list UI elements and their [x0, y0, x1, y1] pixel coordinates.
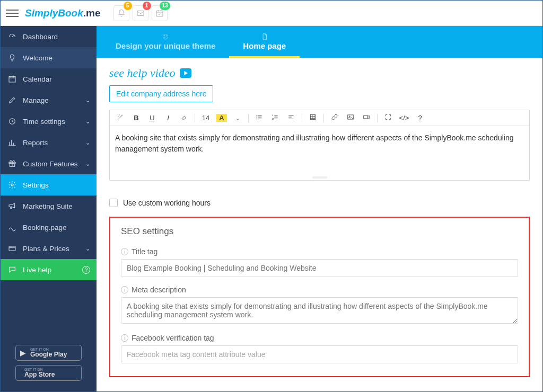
video-button[interactable]	[361, 113, 372, 122]
chart-icon	[8, 138, 16, 147]
facebook-tag-field: i Facebook verification tag	[121, 334, 518, 363]
seo-heading: SEO settings	[121, 226, 518, 237]
svg-rect-15	[310, 114, 315, 119]
clock-icon	[8, 117, 16, 126]
sidebar-item-time-settings[interactable]: Time settings ⌄	[1, 111, 97, 132]
svg-point-12	[257, 115, 257, 115]
sidebar: Dashboard Welcome Calendar Manage ⌄ Time…	[1, 26, 97, 391]
calendar-button[interactable]: 13	[152, 5, 168, 21]
custom-hours-checkbox[interactable]	[109, 199, 118, 207]
image-button[interactable]	[345, 113, 356, 122]
top-bar: SimplyBook.me 5 1 13	[1, 1, 542, 26]
dashboard-icon	[8, 32, 16, 41]
sidebar-item-live-help[interactable]: Live help ?	[1, 259, 97, 280]
sidebar-item-manage[interactable]: Manage ⌄	[1, 90, 97, 111]
sidebar-label: Plans & Prices	[23, 245, 69, 253]
underline-button[interactable]: U	[147, 114, 157, 122]
bold-button[interactable]: B	[131, 114, 142, 122]
svg-point-6	[11, 184, 13, 186]
sidebar-label: Reports	[23, 139, 48, 147]
resize-handle[interactable]	[110, 175, 529, 180]
info-icon[interactable]: i	[121, 248, 128, 255]
rich-text-editor: B U I 14 A ⌄	[109, 110, 530, 181]
apple-label: App Store	[24, 371, 55, 378]
sidebar-item-calendar[interactable]: Calendar	[1, 68, 97, 90]
list-ul-button[interactable]	[254, 113, 265, 122]
info-icon[interactable]: i	[121, 286, 128, 293]
meta-description-field: i Meta description	[121, 286, 518, 325]
font-size-value[interactable]: 14	[200, 114, 211, 122]
sidebar-label: Calendar	[23, 75, 52, 83]
svg-rect-1	[156, 11, 163, 16]
editor-textarea[interactable]: A booking site that exists simply for de…	[110, 126, 529, 175]
tab-label: Design your unique theme	[116, 41, 215, 50]
table-button[interactable]	[308, 113, 318, 122]
chevron-down-icon: ⌄	[85, 161, 90, 167]
calendar-check-icon	[155, 9, 164, 17]
logo[interactable]: SimplyBook.me	[25, 7, 101, 19]
seo-settings-section: SEO settings i Title tag i Meta descript…	[109, 217, 530, 377]
sidebar-item-marketing-suite[interactable]: Marketing Suite	[1, 195, 97, 217]
code-button[interactable]: </>	[399, 114, 409, 122]
store-badges: ▶ GET IT ONGoogle Play GET IT ONApp Stor…	[1, 334, 97, 391]
svg-rect-7	[9, 246, 15, 251]
sidebar-item-dashboard[interactable]: Dashboard	[1, 26, 97, 47]
help-video-row: see help video	[109, 66, 530, 80]
help-icon: ?	[82, 266, 90, 274]
help-button[interactable]: ?	[415, 114, 425, 122]
gear-icon	[8, 181, 16, 189]
svg-point-9	[164, 35, 165, 36]
edit-address-button[interactable]: Edit company address here	[109, 85, 213, 102]
facebook-tag-input[interactable]	[121, 345, 518, 363]
mail-badge: 1	[143, 2, 151, 10]
chevron-down-icon[interactable]: ⌄	[232, 114, 243, 122]
mail-button[interactable]: 1	[133, 5, 148, 21]
eraser-button[interactable]	[179, 113, 189, 122]
gift-icon	[8, 159, 16, 168]
info-icon[interactable]: i	[121, 334, 128, 342]
sidebar-item-reports[interactable]: Reports ⌄	[1, 132, 97, 153]
card-icon	[8, 244, 16, 253]
sidebar-item-custom-features[interactable]: Custom Features ⌄	[1, 153, 97, 174]
help-video-label: see help video	[109, 66, 176, 80]
booking-page-icon	[8, 223, 16, 231]
svg-point-11	[164, 37, 165, 38]
italic-button[interactable]: I	[163, 114, 173, 122]
wand-icon[interactable]	[115, 113, 126, 122]
sidebar-item-plans-prices[interactable]: Plans & Prices ⌄	[1, 238, 97, 259]
app-store-badge[interactable]: GET IT ONApp Store	[15, 365, 82, 381]
title-tag-field: i Title tag	[121, 244, 518, 277]
sidebar-item-settings[interactable]: Settings	[1, 174, 97, 195]
meta-description-label: Meta description	[132, 286, 186, 294]
svg-point-10	[166, 35, 167, 36]
link-button[interactable]	[329, 113, 340, 122]
svg-rect-0	[137, 11, 144, 15]
google-play-badge[interactable]: ▶ GET IT ONGoogle Play	[15, 345, 82, 361]
svg-point-13	[257, 117, 257, 117]
title-tag-input[interactable]	[121, 259, 518, 277]
list-ol-button[interactable]	[270, 113, 281, 122]
notifications-button[interactable]: 5	[113, 5, 129, 21]
mail-icon	[136, 9, 145, 17]
svg-rect-18	[364, 115, 368, 119]
fullscreen-button[interactable]	[383, 113, 393, 122]
sidebar-label: Settings	[23, 181, 49, 189]
sidebar-label: Custom Features	[23, 160, 78, 168]
hamburger-icon[interactable]	[6, 7, 19, 20]
tab-design-theme[interactable]: Design your unique theme	[102, 26, 229, 58]
logo-suffix: .me	[83, 7, 101, 19]
align-button[interactable]	[286, 113, 296, 122]
pencil-icon	[8, 96, 16, 104]
text-color-button[interactable]: A	[216, 114, 227, 122]
chat-icon	[8, 265, 16, 274]
sidebar-label: Dashboard	[23, 33, 58, 41]
meta-description-input[interactable]	[121, 297, 518, 324]
play-video-button[interactable]	[180, 68, 191, 78]
google-play-icon: ▶	[20, 349, 26, 357]
page-icon	[261, 33, 268, 40]
sidebar-label: Time settings	[23, 118, 65, 126]
tab-home-page[interactable]: Home page	[229, 26, 300, 58]
calendar-badge: 13	[160, 2, 170, 10]
sidebar-item-welcome[interactable]: Welcome	[1, 47, 97, 68]
sidebar-item-booking-page[interactable]: Booking.page	[1, 217, 97, 238]
